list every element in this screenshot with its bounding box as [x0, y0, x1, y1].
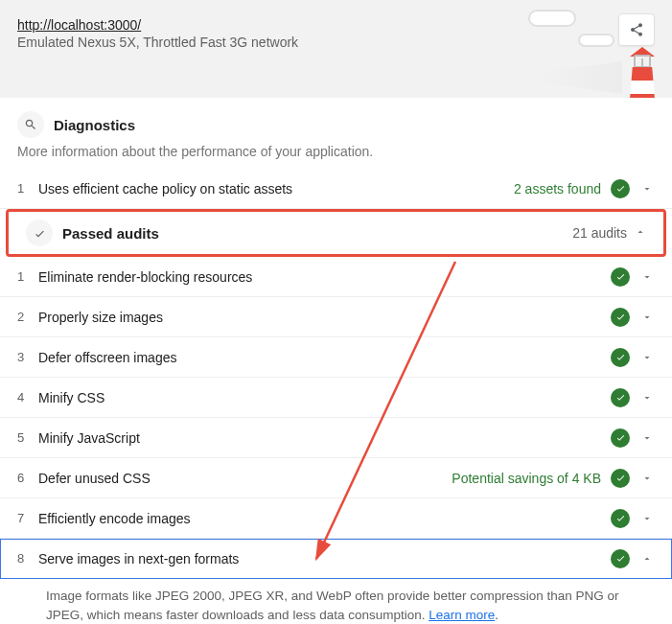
- row-label: Minify CSS: [38, 390, 611, 405]
- row-num: 1: [17, 269, 38, 284]
- pass-icon: [611, 348, 630, 367]
- row-meta: 2 assets found: [514, 181, 601, 196]
- row-label: Eliminate render-blocking resources: [38, 269, 611, 285]
- report-url-link[interactable]: http://localhost:3000/: [17, 17, 141, 33]
- chevron-down-icon: [639, 183, 655, 195]
- passed-audit-row[interactable]: 6Defer unused CSSPotential savings of 4 …: [0, 458, 672, 498]
- row-num: 4: [17, 390, 38, 404]
- row-label: Defer unused CSS: [38, 471, 452, 486]
- row-label: Defer offscreen images: [38, 350, 611, 365]
- row-num: 8: [17, 551, 38, 566]
- learn-more-link[interactable]: Learn more: [429, 608, 495, 622]
- row-num: 1: [17, 181, 38, 196]
- row-meta: Potential savings of 4 KB: [452, 471, 601, 486]
- chevron-down-icon: [639, 432, 655, 444]
- diagnostics-description: More information about the performance o…: [0, 142, 672, 169]
- share-button[interactable]: [618, 13, 655, 46]
- passed-audit-row[interactable]: 2Properly size images: [0, 297, 672, 337]
- chevron-down-icon: [639, 312, 655, 323]
- audit-detail: Image formats like JPEG 2000, JPEG XR, a…: [0, 579, 672, 624]
- chevron-down-icon: [639, 473, 655, 484]
- emulation-info: Emulated Nexus 5X, Throttled Fast 3G net…: [17, 35, 655, 50]
- passed-audit-row[interactable]: 5Minify JavaScript: [0, 418, 672, 458]
- row-num: 7: [17, 511, 38, 525]
- pass-icon: [611, 469, 630, 488]
- row-label: Efficiently encode images: [38, 511, 611, 526]
- share-icon: [629, 22, 644, 37]
- passed-audit-row[interactable]: 7Efficiently encode images: [0, 498, 672, 539]
- diagnostics-title: Diagnostics: [54, 117, 135, 133]
- passed-audit-row[interactable]: 1Eliminate render-blocking resources: [0, 257, 672, 297]
- pass-icon: [611, 428, 630, 448]
- passed-audit-row[interactable]: 4Minify CSS: [0, 378, 672, 418]
- row-num: 2: [17, 310, 38, 324]
- search-icon: [17, 111, 44, 138]
- pass-icon: [611, 509, 630, 528]
- row-num: 3: [17, 350, 38, 364]
- pass-icon: [611, 179, 630, 198]
- chevron-down-icon: [639, 352, 655, 363]
- passed-audit-row[interactable]: 8Serve images in next-gen formats: [0, 539, 672, 579]
- pass-icon: [611, 308, 630, 327]
- diagnostics-header: Diagnostics: [0, 98, 672, 142]
- row-label: Properly size images: [38, 310, 611, 325]
- audit-detail-text: Image formats like JPEG 2000, JPEG XR, a…: [46, 589, 619, 622]
- chevron-down-icon: [639, 271, 655, 283]
- passed-audits-toggle[interactable]: Passed audits 21 audits: [9, 212, 663, 254]
- pass-icon: [611, 549, 630, 568]
- chevron-up-icon: [635, 225, 646, 241]
- row-label: Minify JavaScript: [38, 430, 611, 446]
- check-icon: [26, 220, 53, 246]
- pass-icon: [611, 388, 630, 407]
- chevron-down-icon: [639, 392, 655, 404]
- highlight-annotation: Passed audits 21 audits: [6, 209, 666, 257]
- passed-audit-row[interactable]: 3Defer offscreen images: [0, 337, 672, 378]
- pass-icon: [611, 267, 630, 287]
- row-label: Serve images in next-gen formats: [38, 551, 611, 566]
- chevron-up-icon: [639, 553, 655, 565]
- row-num: 6: [17, 471, 38, 485]
- lighthouse-logo: [622, 43, 662, 98]
- chevron-down-icon: [639, 513, 655, 524]
- passed-audits-count: 21 audits: [572, 225, 627, 241]
- passed-audits-title: Passed audits: [62, 225, 572, 242]
- report-header: http://localhost:3000/ Emulated Nexus 5X…: [0, 0, 672, 98]
- row-num: 5: [17, 430, 38, 445]
- row-label: Uses efficient cache policy on static as…: [38, 181, 514, 196]
- diagnostic-row[interactable]: 1 Uses efficient cache policy on static …: [0, 169, 672, 209]
